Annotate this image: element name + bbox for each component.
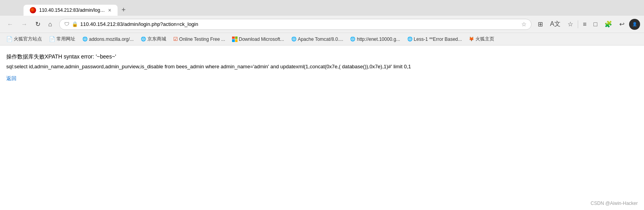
bookmark-common-urls[interactable]: 📄 常用网址	[47, 35, 78, 43]
toolbar-right-icons: ⊞ A文 ☆ ≡ □ 🧩 ↩ 👤	[535, 18, 640, 30]
error-message-line2: sql:select id,admin_name,admin_password,…	[6, 64, 638, 69]
error-message-line1: 操作数据库失败XPATH syntax error: '~bees~'	[6, 53, 638, 60]
reading-mode-button[interactable]: ⊞	[535, 19, 545, 29]
bookmark-folder-icon: 📄	[49, 36, 55, 42]
extensions-button[interactable]: 🧩	[602, 19, 615, 29]
bookmark-huhu-site[interactable]: 📄 火狐官方站点	[4, 35, 44, 43]
check-icon: ☑	[173, 36, 178, 42]
bookmark-label: http://enet.10000.g...	[357, 37, 400, 42]
bookmark-microsoft[interactable]: Download Microsoft...	[230, 36, 286, 43]
globe-icon: 🌐	[82, 37, 88, 42]
bookmark-firefox-home[interactable]: 🦊 火狐主页	[466, 35, 497, 43]
microsoft-logo-icon	[232, 37, 238, 42]
translate-button[interactable]: A文	[548, 18, 563, 30]
back-button[interactable]: ←	[4, 19, 16, 29]
back-arrow-button[interactable]: ↩	[617, 19, 627, 29]
tab-bar: 110.40.154.212:83/admin/login.p × +	[0, 0, 644, 16]
new-tab-button[interactable]: +	[118, 4, 130, 16]
star-collections-button[interactable]: ☆	[565, 19, 575, 29]
bookmarks-bar: 📄 火狐官方站点 📄 常用网址 🌐 addons.mozilla.org/...…	[0, 33, 644, 46]
bookmark-jd[interactable]: 🌐 京东商城	[138, 35, 169, 43]
lock-icon: 🔒	[72, 21, 78, 27]
bookmark-label: Apache Tomcat/8.0....	[298, 37, 343, 42]
globe-icon: 🌐	[350, 37, 356, 42]
bookmark-less1[interactable]: 🌐 Less-1 **Error Based...	[405, 36, 464, 43]
toolbar-divider	[578, 20, 578, 28]
profile-icon: 👤	[632, 22, 637, 26]
bookmark-folder-icon: 📄	[6, 36, 13, 42]
browser-toolbar: ← → ↻ ⌂ 🛡 🔒 ☆ ⊞ A文 ☆ ≡ □ 🧩 ↩ 👤	[0, 16, 644, 33]
browser-tab[interactable]: 110.40.154.212:83/admin/login.p ×	[24, 5, 118, 16]
bookmark-addons[interactable]: 🌐 addons.mozilla.org/...	[80, 36, 136, 43]
bookmark-star-icon[interactable]: ☆	[521, 21, 526, 28]
tab-close-button[interactable]: ×	[108, 7, 111, 13]
bookmark-label: 京东商城	[147, 36, 166, 42]
bookmark-label: Online Testing Free ...	[179, 37, 225, 42]
bookmark-label: 火狐官方站点	[14, 36, 42, 42]
firefox-icon: 🦊	[469, 37, 474, 42]
firefox-favicon	[30, 7, 36, 13]
bookmark-tomcat[interactable]: 🌐 Apache Tomcat/8.0....	[289, 36, 346, 43]
address-bar[interactable]: 🛡 🔒 ☆	[59, 19, 532, 30]
tab-title: 110.40.154.212:83/admin/login.p	[39, 7, 105, 13]
bookmark-label: addons.mozilla.org/...	[89, 37, 134, 42]
browser-frame: 110.40.154.212:83/admin/login.p × + ← → …	[0, 0, 644, 210]
bookmark-label: 火狐主页	[475, 36, 494, 42]
bookmark-label: Download Microsoft...	[239, 37, 284, 42]
watermark: CSDN @Aiwin-Hacker	[591, 201, 638, 206]
page-content: 操作数据库失败XPATH syntax error: '~bees~' sql:…	[0, 46, 644, 210]
home-button[interactable]: ⌂	[45, 19, 55, 29]
tab-manager-button[interactable]: □	[591, 19, 600, 29]
globe-icon: 🌐	[141, 37, 146, 42]
bookmark-enet[interactable]: 🌐 http://enet.10000.g...	[348, 36, 402, 43]
address-input[interactable]	[80, 21, 519, 27]
profile-button[interactable]: 👤	[629, 19, 640, 30]
sidebars-button[interactable]: ≡	[581, 19, 589, 29]
globe-icon: 🌐	[291, 37, 297, 42]
shield-icon: 🛡	[64, 21, 69, 27]
bookmark-online-testing[interactable]: ☑ Online Testing Free ...	[171, 35, 227, 43]
bookmark-label: Less-1 **Error Based...	[414, 37, 462, 42]
globe-icon: 🌐	[407, 37, 413, 42]
refresh-button[interactable]: ↻	[32, 19, 44, 29]
bookmark-label: 常用网址	[56, 36, 75, 42]
forward-button[interactable]: →	[18, 19, 31, 29]
back-link[interactable]: 返回	[6, 75, 16, 81]
